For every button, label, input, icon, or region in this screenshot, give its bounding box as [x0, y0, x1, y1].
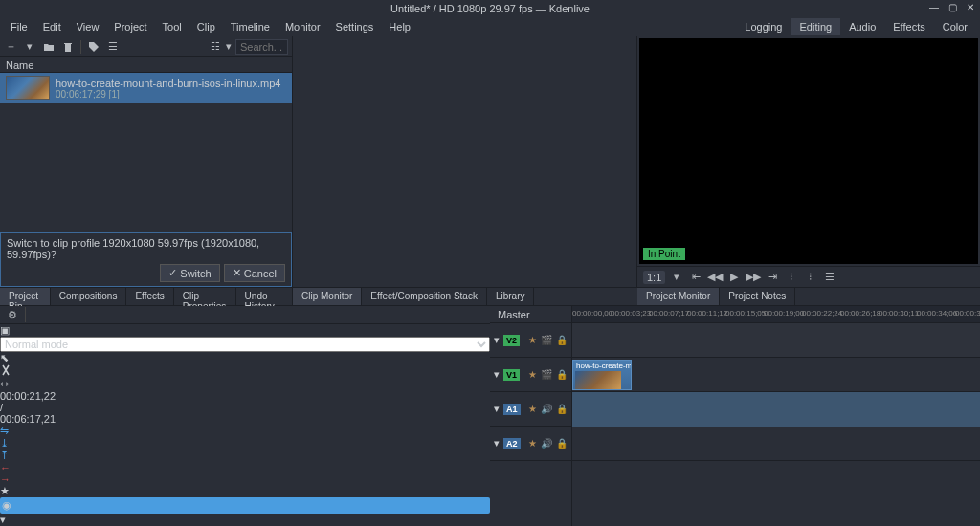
track-a2-row[interactable]: [572, 427, 980, 461]
fav-icon[interactable]: ★: [528, 369, 537, 380]
options-button[interactable]: ☰: [106, 40, 120, 54]
lock-icon[interactable]: 🔒: [556, 404, 568, 414]
overwrite-icon[interactable]: ⤒: [0, 449, 490, 462]
close-button[interactable]: ✕: [967, 2, 974, 12]
tag-button[interactable]: [87, 40, 100, 54]
tab-project-bin[interactable]: Project Bin: [0, 288, 51, 305]
menu-help[interactable]: Help: [382, 19, 417, 34]
zone-in-button[interactable]: ⁝: [784, 270, 799, 285]
scale-dropdown-icon[interactable]: ▾: [669, 270, 684, 285]
timecode-position[interactable]: 00:00:21,22: [0, 390, 490, 402]
view-dropdown-icon[interactable]: ▾: [222, 40, 235, 54]
fav-icon[interactable]: ★: [528, 404, 537, 414]
timeline-ruler[interactable]: 00:00:00,0000:00:03;2300:00:07;1700:00:1…: [572, 306, 980, 323]
mix-button[interactable]: ⇋: [0, 425, 490, 437]
track-label: V2: [503, 335, 520, 346]
new-folder-button[interactable]: [42, 40, 56, 54]
lock-icon[interactable]: 🔒: [556, 438, 568, 449]
next-keyframe-button[interactable]: ⇥: [765, 270, 780, 285]
mute-video-icon[interactable]: 🎬: [541, 335, 552, 345]
tab-project-notes[interactable]: Project Notes: [720, 288, 795, 305]
menu-project[interactable]: Project: [107, 19, 153, 34]
tab-compositions[interactable]: Compositions: [51, 288, 127, 305]
zone-out-button[interactable]: ⁝: [803, 270, 818, 285]
tab-clip-monitor[interactable]: Clip Monitor: [293, 288, 362, 305]
menu-clip[interactable]: Clip: [190, 19, 222, 34]
search-input[interactable]: [235, 39, 288, 55]
lock-icon[interactable]: 🔒: [556, 335, 568, 345]
prev-keyframe-button[interactable]: ⇤: [688, 270, 703, 285]
timeline-audio-clip[interactable]: [572, 392, 980, 427]
ruler-tick: 00:00:00,00: [572, 309, 612, 318]
minimize-button[interactable]: —: [929, 2, 939, 12]
tab-effect/composition-stack[interactable]: Effect/Composition Stack: [362, 288, 487, 305]
zone-in-icon[interactable]: ⤓: [0, 437, 490, 449]
ruler-tick: 00:00:30;11: [879, 309, 919, 318]
tool-spacer-button[interactable]: ⇿: [0, 378, 490, 390]
view-mode-button[interactable]: ☷: [209, 40, 222, 54]
track-head-v2[interactable]: ▾V2★🎬🔒: [490, 323, 571, 358]
timeline-tracks-area[interactable]: 00:00:00,0000:00:03;2300:00:07;1700:00:1…: [572, 306, 980, 526]
track-head-a1[interactable]: ▾A1★🔊🔒: [490, 392, 571, 427]
bin-clip-item[interactable]: how-to-create-mount-and-burn-isos-in-lin…: [0, 73, 292, 103]
switch-button[interactable]: ✓Switch: [160, 264, 219, 282]
menu-file[interactable]: File: [4, 19, 34, 34]
layout-tab-logging[interactable]: Logging: [736, 18, 791, 35]
cancel-button[interactable]: ✕Cancel: [224, 264, 285, 282]
timeline-clip[interactable]: how-to-create-mount-and-burn-isos-in-lin…: [572, 360, 632, 390]
lift-icon[interactable]: →: [0, 473, 490, 485]
favorite-button[interactable]: ★: [0, 485, 490, 497]
ruler-tick: 00:00:38;00: [955, 309, 980, 318]
layout-tab-effects[interactable]: Effects: [884, 18, 933, 35]
tab-library[interactable]: Library: [487, 288, 535, 305]
track-v2-row[interactable]: [572, 323, 980, 358]
play-button[interactable]: ▶: [726, 270, 742, 285]
monitor-viewport[interactable]: In Point: [639, 38, 978, 264]
delete-clip-button[interactable]: [61, 40, 75, 54]
tab-clip-properties[interactable]: Clip Properties: [174, 288, 236, 305]
menu-view[interactable]: View: [70, 19, 106, 34]
expand-icon[interactable]: ▾: [494, 403, 500, 415]
mute-audio-icon[interactable]: 🔊: [541, 404, 552, 414]
tool-razor-button[interactable]: [0, 364, 490, 378]
fav-icon[interactable]: ★: [528, 438, 537, 449]
tab-undo-history[interactable]: Undo History: [236, 288, 293, 305]
menu-timeline[interactable]: Timeline: [224, 19, 277, 34]
track-compositing-button[interactable]: ▣: [0, 324, 490, 337]
add-clip-button[interactable]: ＋: [4, 40, 17, 54]
track-head-a2[interactable]: ▾A2★🔊🔒: [490, 427, 571, 461]
layout-tab-editing[interactable]: Editing: [791, 18, 840, 35]
menu-settings[interactable]: Settings: [329, 19, 381, 34]
track-a1-row[interactable]: [572, 392, 980, 427]
timeline-settings-button[interactable]: ⚙: [4, 306, 21, 323]
monitor-controls: 1:1 ▾ ⇤ ◀◀ ▶ ▶▶ ⇥ ⁝ ⁝ ☰: [637, 266, 980, 287]
edit-mode-select[interactable]: Normal mode: [0, 337, 490, 352]
mute-audio-icon[interactable]: 🔊: [541, 438, 552, 449]
monitor-options-icon[interactable]: ☰: [822, 270, 837, 285]
fav-icon[interactable]: ★: [528, 335, 537, 345]
rewind-button[interactable]: ◀◀: [707, 270, 723, 285]
maximize-button[interactable]: ▢: [948, 2, 957, 12]
tab-effects[interactable]: Effects: [126, 288, 173, 305]
tab-project-monitor[interactable]: Project Monitor: [637, 288, 720, 305]
menu-monitor[interactable]: Monitor: [278, 19, 327, 34]
track-v1-row[interactable]: how-to-create-mount-and-burn-isos-in-lin…: [572, 358, 980, 392]
menu-edit[interactable]: Edit: [36, 19, 68, 34]
forward-button[interactable]: ▶▶: [746, 270, 761, 285]
menu-tool[interactable]: Tool: [156, 19, 189, 34]
scale-button[interactable]: 1:1: [643, 271, 665, 284]
track-head-v1[interactable]: ▾V1★🎬🔒: [490, 358, 571, 392]
add-dropdown-icon[interactable]: ▾: [23, 40, 36, 54]
expand-icon[interactable]: ▾: [494, 437, 500, 449]
bin-column-header[interactable]: Name: [0, 57, 292, 73]
extract-icon[interactable]: ←: [0, 462, 490, 473]
tool-select-button[interactable]: ⬉: [0, 352, 490, 364]
expand-icon[interactable]: ▾: [494, 334, 500, 346]
layout-tab-color[interactable]: Color: [934, 18, 976, 35]
layout-tab-audio[interactable]: Audio: [840, 18, 884, 35]
mute-video-icon[interactable]: 🎬: [541, 369, 552, 380]
preview-dropdown-icon[interactable]: ▾: [0, 514, 490, 526]
lock-icon[interactable]: 🔒: [556, 369, 568, 380]
preview-render-button[interactable]: ◉: [0, 497, 490, 514]
expand-icon[interactable]: ▾: [494, 368, 500, 381]
